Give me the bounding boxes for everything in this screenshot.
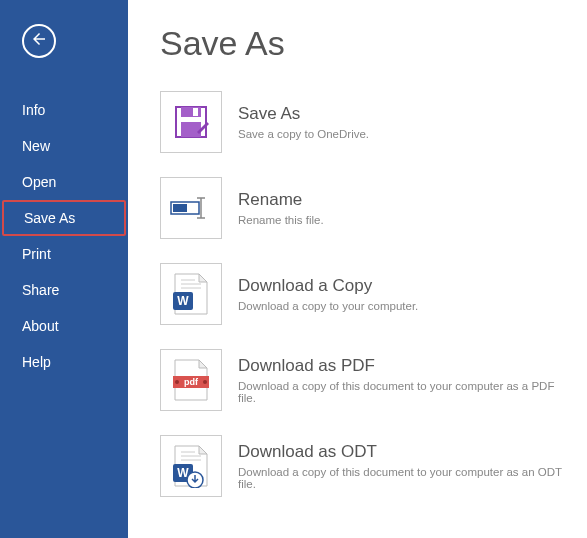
option-text: Download a Copy Download a copy to your … bbox=[238, 276, 565, 312]
back-button[interactable] bbox=[22, 24, 56, 58]
sidebar: Info New Open Save As Print Share About … bbox=[0, 0, 128, 538]
svg-point-15 bbox=[203, 380, 207, 384]
sidebar-item-new[interactable]: New bbox=[0, 128, 128, 164]
option-text: Download as PDF Download a copy of this … bbox=[238, 356, 565, 404]
save-icon bbox=[160, 91, 222, 153]
option-desc: Save a copy to OneDrive. bbox=[238, 128, 565, 140]
option-download-copy[interactable]: W Download a Copy Download a copy to you… bbox=[160, 263, 565, 325]
option-text: Rename Rename this file. bbox=[238, 190, 565, 226]
option-desc: Download a copy of this document to your… bbox=[238, 466, 565, 490]
sidebar-item-open[interactable]: Open bbox=[0, 164, 128, 200]
sidebar-item-save-as[interactable]: Save As bbox=[2, 200, 126, 236]
option-desc: Rename this file. bbox=[238, 214, 565, 226]
option-rename[interactable]: Rename Rename this file. bbox=[160, 177, 565, 239]
option-title: Download as PDF bbox=[238, 356, 565, 376]
arrow-left-icon bbox=[30, 30, 48, 52]
option-download-pdf[interactable]: pdf Download as PDF Download a copy of t… bbox=[160, 349, 565, 411]
pdf-doc-icon: pdf bbox=[160, 349, 222, 411]
option-desc: Download a copy of this document to your… bbox=[238, 380, 565, 404]
sidebar-item-print[interactable]: Print bbox=[0, 236, 128, 272]
odt-doc-icon: W bbox=[160, 435, 222, 497]
option-text: Download as ODT Download a copy of this … bbox=[238, 442, 565, 490]
main-content: Save As Save As Save a copy to OneDrive. bbox=[128, 0, 587, 538]
svg-point-14 bbox=[175, 380, 179, 384]
option-title: Rename bbox=[238, 190, 565, 210]
sidebar-item-about[interactable]: About bbox=[0, 308, 128, 344]
option-download-odt[interactable]: W Download as ODT Download a copy of thi… bbox=[160, 435, 565, 497]
svg-rect-5 bbox=[173, 204, 187, 212]
option-title: Download as ODT bbox=[238, 442, 565, 462]
svg-rect-2 bbox=[193, 108, 198, 116]
option-title: Download a Copy bbox=[238, 276, 565, 296]
option-save-as[interactable]: Save As Save a copy to OneDrive. bbox=[160, 91, 565, 153]
sidebar-item-share[interactable]: Share bbox=[0, 272, 128, 308]
page-title: Save As bbox=[160, 24, 565, 63]
svg-text:pdf: pdf bbox=[184, 377, 199, 387]
sidebar-item-help[interactable]: Help bbox=[0, 344, 128, 380]
option-desc: Download a copy to your computer. bbox=[238, 300, 565, 312]
option-title: Save As bbox=[238, 104, 565, 124]
option-text: Save As Save a copy to OneDrive. bbox=[238, 104, 565, 140]
word-doc-icon: W bbox=[160, 263, 222, 325]
svg-text:W: W bbox=[177, 294, 189, 308]
rename-icon bbox=[160, 177, 222, 239]
svg-rect-3 bbox=[181, 122, 201, 137]
sidebar-item-info[interactable]: Info bbox=[0, 92, 128, 128]
